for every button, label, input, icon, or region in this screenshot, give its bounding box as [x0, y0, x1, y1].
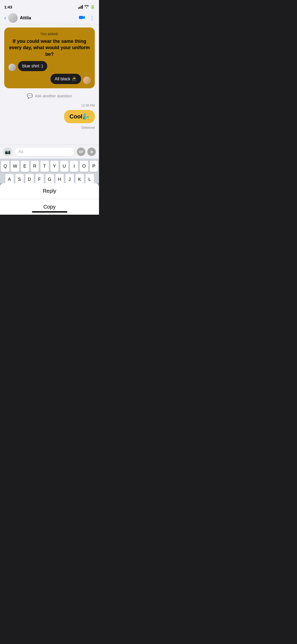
signal-bar-2 [79, 7, 80, 9]
bubble-right-1: All black 🥷 [50, 74, 81, 84]
card-messages: blue shirt :) All black 🥷 [8, 61, 91, 84]
input-placeholder: Aa [18, 149, 23, 154]
bubble-left-1: blue shirt :) [18, 61, 47, 71]
sender-avatar-2 [83, 77, 91, 84]
svg-rect-0 [79, 16, 83, 19]
contact-name[interactable]: Attila [20, 15, 79, 21]
back-button[interactable]: ‹ [4, 15, 6, 21]
nav-actions: ⋮ [79, 15, 95, 21]
context-menu-overlay: Reply Copy [0, 183, 99, 215]
signal-bar-1 [78, 7, 79, 9]
status-bar: 1:43 🔋 [0, 0, 99, 12]
key-p[interactable]: P [90, 161, 98, 172]
question-label: You asked: [8, 32, 91, 36]
cool-message-wrap: Cool🧞‍♂️ [3, 110, 96, 123]
camera-button[interactable]: 📷 [3, 147, 12, 156]
delivered-status: Delivered [3, 126, 96, 130]
context-reply-button[interactable]: Reply [0, 183, 99, 199]
question-text: If you could wear the same thing every d… [8, 38, 91, 57]
gif-label: GIF [79, 150, 83, 153]
key-y[interactable]: Y [50, 161, 59, 172]
ask-another-label: Ask another question [35, 94, 72, 98]
video-call-button[interactable] [79, 15, 85, 21]
screen: 1:43 🔋 ‹ Attila [0, 0, 99, 215]
keyboard-row-1: Q W E R T Y U I O P [1, 161, 98, 172]
wifi-icon [84, 5, 89, 9]
gif-button[interactable]: GIF [77, 148, 85, 156]
send-icon: ➤ [90, 149, 93, 154]
chat-area: You asked: If you could wear the same th… [0, 24, 99, 144]
message-timestamp: 12:36 PM [3, 104, 96, 107]
status-time: 1:43 [4, 5, 12, 9]
send-button[interactable]: ➤ [87, 148, 96, 156]
context-menu: Reply Copy [0, 183, 99, 215]
sender-avatar-1 [8, 64, 16, 71]
signal-bar-4 [82, 5, 83, 9]
message-input[interactable]: Aa [14, 147, 75, 157]
key-u[interactable]: U [60, 161, 68, 172]
signal-bar-3 [81, 6, 82, 9]
key-i[interactable]: I [70, 161, 78, 172]
key-w[interactable]: W [11, 161, 19, 172]
key-o[interactable]: O [80, 161, 88, 172]
cool-bubble[interactable]: Cool🧞‍♂️ [64, 110, 95, 123]
more-options-button[interactable]: ⋮ [89, 15, 95, 21]
question-card: You asked: If you could wear the same th… [4, 27, 95, 88]
signal-bars [78, 5, 83, 9]
chat-scroll[interactable]: You asked: If you could wear the same th… [0, 24, 99, 145]
key-r[interactable]: R [31, 161, 39, 172]
status-icons: 🔋 [78, 5, 95, 9]
input-bar: 📷 Aa GIF ➤ [0, 145, 99, 159]
msg-right-1: All black 🥷 [8, 74, 91, 84]
contact-avatar[interactable] [8, 13, 18, 23]
msg-left-1: blue shirt :) [8, 61, 91, 71]
battery-icon: 🔋 [90, 5, 95, 9]
key-e[interactable]: E [21, 161, 29, 172]
ask-icon: 💬 [27, 93, 33, 99]
nav-bar: ‹ Attila ⋮ [0, 12, 99, 24]
home-indicator [32, 211, 67, 213]
key-t[interactable]: T [40, 161, 49, 172]
ask-another-button[interactable]: 💬 Ask another question [3, 91, 96, 101]
key-q[interactable]: Q [1, 161, 9, 172]
